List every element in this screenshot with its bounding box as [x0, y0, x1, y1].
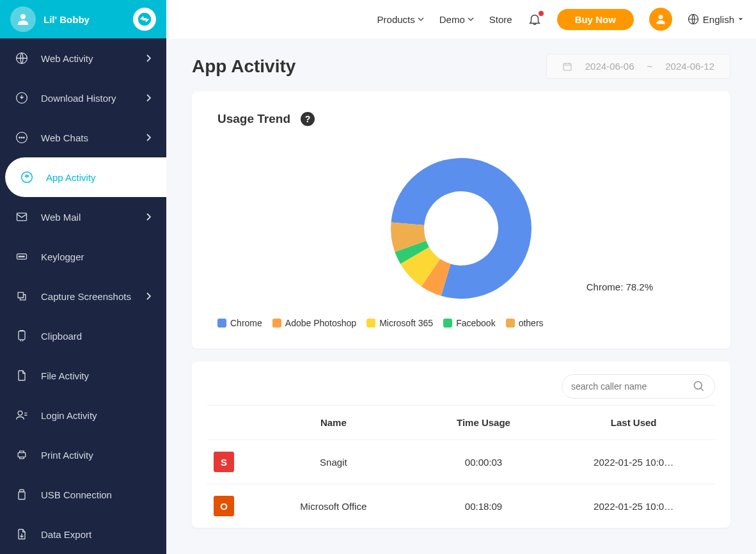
- sidebar-item-label: Data Export: [41, 529, 91, 540]
- search-box[interactable]: [562, 374, 715, 399]
- sidebar-item-label: Web Mail: [41, 212, 81, 223]
- sidebar-item-label: USB Connection: [41, 489, 112, 500]
- sidebar-item-label: App Activity: [46, 172, 96, 183]
- avatar[interactable]: [10, 6, 36, 32]
- sidebar-item-download-history[interactable]: Download History: [0, 78, 166, 118]
- legend-swatch: [443, 319, 452, 328]
- svg-point-16: [24, 256, 25, 257]
- globe-icon: [688, 13, 699, 25]
- svg-point-8: [21, 137, 22, 138]
- chevron-right-icon: [146, 292, 151, 300]
- sidebar-item-label: Web Chats: [41, 132, 88, 143]
- date-from: 2024-06-06: [585, 61, 634, 72]
- sidebar-item-usb-connection[interactable]: USB Connection: [0, 475, 166, 514]
- search-input[interactable]: [571, 381, 693, 392]
- nav-demo-label: Demo: [439, 14, 465, 25]
- chevron-down-icon: [418, 16, 424, 22]
- nav-products[interactable]: Products: [377, 14, 424, 25]
- legend-swatch: [272, 319, 281, 328]
- col-name: Name: [258, 417, 409, 428]
- svg-point-2: [658, 15, 663, 19]
- date-to: 2024-06-12: [665, 61, 714, 72]
- notification-dot: [539, 11, 544, 16]
- table-row[interactable]: SSnagit00:00:032022-01-25 10:0…: [207, 439, 715, 484]
- language-selector[interactable]: English: [688, 13, 743, 25]
- table-row[interactable]: OMicrosoft Office00:18:092022-01-25 10:0…: [207, 484, 715, 528]
- legend-item[interactable]: Chrome: [217, 318, 262, 328]
- nav-store-label: Store: [489, 14, 512, 25]
- search-icon: [693, 380, 705, 393]
- svg-rect-17: [19, 331, 25, 340]
- svg-point-0: [20, 14, 26, 19]
- account-button[interactable]: [649, 8, 672, 31]
- help-button[interactable]: ?: [301, 112, 315, 126]
- svg-point-7: [19, 137, 20, 138]
- sidebar-icon: [15, 91, 28, 104]
- swap-icon: [138, 13, 151, 26]
- sidebar-icon: [15, 448, 28, 461]
- svg-rect-19: [18, 453, 26, 457]
- legend-label: others: [519, 318, 544, 328]
- sidebar-item-keylogger[interactable]: Keylogger: [0, 237, 166, 276]
- sidebar-item-label: Download History: [41, 93, 116, 104]
- sidebar-item-web-chats[interactable]: Web Chats: [0, 118, 166, 157]
- sidebar-item-label: Keylogger: [41, 251, 84, 262]
- sidebar-item-label: Login Activity: [41, 410, 97, 421]
- svg-point-15: [22, 256, 23, 257]
- notifications-button[interactable]: [528, 12, 542, 26]
- legend-item[interactable]: Facebook: [443, 318, 495, 328]
- sidebar-item-web-activity[interactable]: Web Activity: [0, 38, 166, 78]
- nav-demo[interactable]: Demo: [439, 14, 474, 25]
- chevron-right-icon: [146, 134, 151, 141]
- sidebar-item-file-activity[interactable]: File Activity: [0, 356, 166, 395]
- sidebar-item-label: Clipboard: [41, 331, 82, 342]
- chart-callout: Chrome: 78.2%: [587, 281, 653, 292]
- sidebar-item-clipboard[interactable]: Clipboard: [0, 316, 166, 356]
- chart-legend: ChromeAdobe PhotoshopMicrosoft 365Facebo…: [217, 318, 705, 328]
- svg-rect-21: [19, 492, 25, 500]
- svg-point-9: [24, 137, 25, 138]
- sidebar-item-print-activity[interactable]: Print Activity: [0, 435, 166, 475]
- sidebar: Web ActivityDownload HistoryWeb ChatsApp…: [0, 38, 166, 554]
- col-time: Time Usage: [409, 417, 559, 428]
- sidebar-item-app-activity[interactable]: App Activity: [5, 157, 166, 197]
- sidebar-item-web-mail[interactable]: Web Mail: [0, 197, 166, 237]
- sidebar-item-login-activity[interactable]: Login Activity: [0, 395, 166, 435]
- sidebar-item-capture-screenshots[interactable]: Capture Screenshots: [0, 276, 166, 316]
- chevron-down-icon: [468, 16, 474, 22]
- person-icon: [654, 13, 667, 26]
- person-icon: [15, 12, 31, 27]
- date-range-picker[interactable]: 2024-06-06 ~ 2024-06-12: [546, 54, 730, 79]
- legend-label: Facebook: [456, 318, 495, 328]
- legend-item[interactable]: Microsoft 365: [366, 318, 433, 328]
- usage-trend-card: Usage Trend ? Chrome: 78.2% ChromeAdobe …: [192, 91, 730, 349]
- table-header: Name Time Usage Last Used: [207, 405, 715, 439]
- sidebar-icon: [15, 488, 28, 501]
- cell-time: 00:18:09: [409, 501, 559, 512]
- sidebar-icon: [15, 250, 28, 263]
- sidebar-icon: [15, 290, 28, 303]
- cell-last: 2022-01-25 10:0…: [558, 457, 709, 468]
- card-title: Usage Trend: [217, 112, 290, 126]
- legend-swatch: [217, 319, 226, 328]
- chevron-right-icon: [146, 54, 151, 62]
- legend-label: Adobe Photoshop: [285, 318, 356, 328]
- legend-item[interactable]: Adobe Photoshop: [272, 318, 356, 328]
- sidebar-item-label: Capture Screenshots: [41, 291, 131, 302]
- cell-time: 00:00:03: [409, 457, 559, 468]
- caret-down-icon: [738, 17, 743, 22]
- sidebar-item-data-export[interactable]: Data Export: [0, 514, 166, 554]
- svg-point-23: [695, 382, 702, 390]
- legend-item[interactable]: others: [506, 318, 544, 328]
- swap-button[interactable]: [133, 8, 156, 31]
- language-label: English: [703, 14, 734, 25]
- cell-name: Snagit: [258, 457, 409, 468]
- username: Lil' Bobby: [43, 14, 90, 25]
- usage-donut-chart: Chrome: 78.2%: [308, 152, 615, 305]
- buy-now-button[interactable]: Buy Now: [557, 9, 634, 30]
- svg-point-14: [20, 256, 22, 257]
- app-list-card: Name Time Usage Last Used SSnagit00:00:0…: [192, 361, 730, 528]
- nav-store[interactable]: Store: [489, 14, 512, 25]
- sidebar-icon: [15, 329, 28, 342]
- col-last: Last Used: [558, 417, 709, 428]
